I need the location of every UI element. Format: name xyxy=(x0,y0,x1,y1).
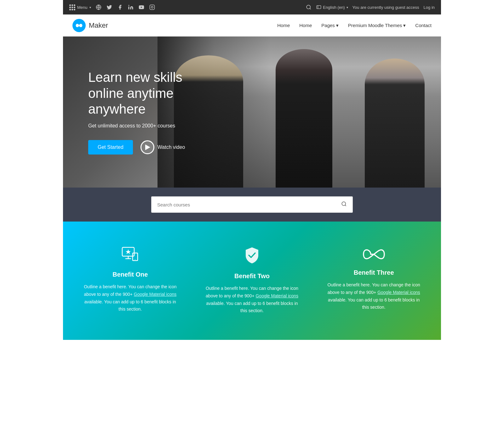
infinity-icon xyxy=(325,247,422,264)
benefit-one: Benefit One Outline a benefit here. You … xyxy=(76,240,185,321)
nav-home-2[interactable]: Home xyxy=(299,23,312,28)
topbar-left: Menu ▾ xyxy=(69,4,155,10)
benefit-two: Benefit Two Outline a benefit here. You … xyxy=(198,240,307,321)
search-button[interactable] xyxy=(335,196,353,213)
benefit-two-text: Outline a benefit here. You can change t… xyxy=(204,285,301,315)
lang-chevron-icon: ▾ xyxy=(346,6,348,9)
logo[interactable]: Maker xyxy=(72,19,108,32)
benefit-three: Benefit Three Outline a benefit here. Yo… xyxy=(319,240,428,321)
chevron-down-icon: ▾ xyxy=(89,6,91,9)
globe-icon[interactable] xyxy=(95,4,102,10)
topbar: Menu ▾ English (en) ▾ You are c xyxy=(63,0,441,14)
search-icon[interactable] xyxy=(306,4,312,10)
monitor-star-icon xyxy=(82,247,179,266)
nav-pages[interactable]: Pages ▾ xyxy=(321,23,339,28)
play-icon xyxy=(140,140,154,154)
themes-chevron-icon: ▾ xyxy=(403,23,406,28)
search-input[interactable] xyxy=(151,196,335,213)
grid-icon xyxy=(69,4,75,10)
hero-buttons: Get Started Watch video xyxy=(88,140,211,155)
benefit-one-link[interactable]: Google Material icons xyxy=(134,292,176,297)
play-triangle-icon xyxy=(145,144,150,150)
benefit-three-link[interactable]: Google Material icons xyxy=(377,290,420,295)
guest-access-text: You are currently using guest access xyxy=(352,5,419,10)
benefit-one-title: Benefit One xyxy=(82,271,179,278)
navbar: Maker Home Home Pages ▾ Premium Moodle T… xyxy=(63,14,441,37)
watch-video-label: Watch video xyxy=(158,144,185,150)
svg-marker-15 xyxy=(126,249,131,254)
search-wrapper xyxy=(151,196,353,213)
get-started-button[interactable]: Get Started xyxy=(88,140,133,155)
hero-title: Learn new skills online anytime anywhere xyxy=(88,70,211,117)
instagram-icon[interactable] xyxy=(149,4,155,10)
benefit-two-title: Benefit Two xyxy=(204,273,301,280)
nav-premium-themes[interactable]: Premium Moodle Themes ▾ xyxy=(348,23,406,28)
svg-rect-4 xyxy=(150,5,154,10)
language-selector[interactable]: English (en) ▾ xyxy=(316,5,348,10)
svg-point-10 xyxy=(342,202,346,205)
shield-check-icon xyxy=(204,247,301,267)
svg-point-2 xyxy=(128,5,129,6)
menu-label: Menu xyxy=(77,5,88,10)
hero-subtitle: Get unlimited access to 2000+ courses xyxy=(88,123,211,129)
nav-home-1[interactable]: Home xyxy=(277,23,290,28)
menu-button[interactable]: Menu ▾ xyxy=(69,4,91,10)
login-button[interactable]: Log in xyxy=(424,5,435,10)
hero-content: Learn new skills online anytime anywhere… xyxy=(63,70,236,154)
twitter-icon[interactable] xyxy=(106,4,112,10)
benefit-three-text: Outline a benefit here. You can change t… xyxy=(325,281,422,311)
logo-text: Maker xyxy=(89,21,108,30)
svg-point-6 xyxy=(306,5,310,9)
hero-section: Learn new skills online anytime anywhere… xyxy=(63,37,441,188)
youtube-icon[interactable] xyxy=(138,4,145,10)
facebook-icon[interactable] xyxy=(117,4,123,10)
nav-links: Home Home Pages ▾ Premium Moodle Themes … xyxy=(277,23,432,28)
svg-rect-8 xyxy=(317,6,321,9)
topbar-right: English (en) ▾ You are currently using g… xyxy=(306,4,435,10)
svg-line-11 xyxy=(345,205,346,206)
svg-line-7 xyxy=(310,8,311,9)
pages-chevron-icon: ▾ xyxy=(336,23,339,28)
linkedin-icon[interactable] xyxy=(128,4,134,10)
benefit-two-link[interactable]: Google Material icons xyxy=(255,293,298,298)
search-submit-icon xyxy=(341,201,347,207)
logo-icon xyxy=(72,19,86,32)
benefit-one-text: Outline a benefit here. You can change t… xyxy=(82,283,179,313)
benefits-section: Benefit One Outline a benefit here. You … xyxy=(63,222,441,340)
benefit-three-title: Benefit Three xyxy=(325,269,422,276)
nav-contact[interactable]: Contact xyxy=(415,23,432,28)
search-section xyxy=(63,188,441,222)
language-label: English (en) xyxy=(323,5,345,10)
watch-video-button[interactable]: Watch video xyxy=(140,140,185,154)
